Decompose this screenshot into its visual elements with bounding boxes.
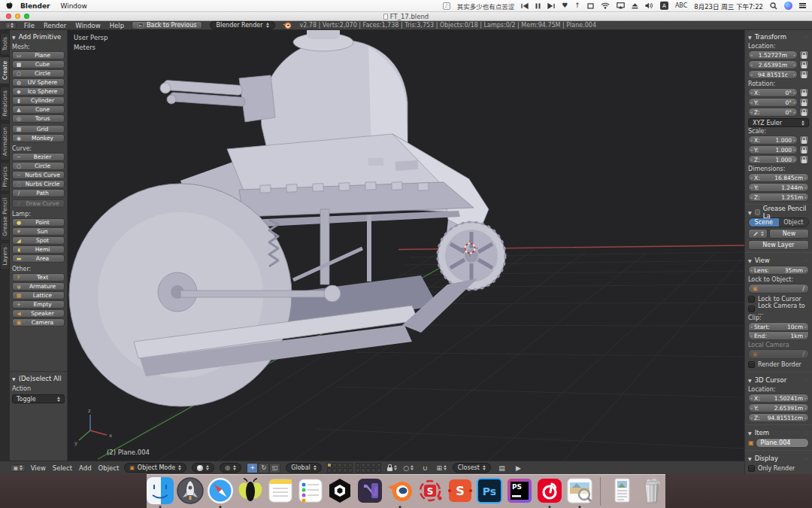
spotlight-search-icon[interactable]	[770, 2, 777, 10]
add-empty-button[interactable]: +Empty	[12, 300, 65, 309]
add-sun-button[interactable]: ☀Sun	[12, 227, 65, 236]
dock-safari[interactable]	[207, 477, 235, 508]
wifi-icon[interactable]	[601, 2, 610, 9]
rotation-z-field[interactable]: Z:0°	[748, 108, 798, 117]
add-nurbs-curve-button[interactable]: ~Nurbs Curve	[12, 171, 65, 179]
dock-reminders[interactable]	[296, 477, 324, 508]
3d-viewport[interactable]: x y z User Persp Meters (2) Plane.004	[68, 30, 744, 461]
proportional-edit-select[interactable]: ○	[403, 463, 414, 473]
dimension-y-field[interactable]: Y:1.244m	[748, 183, 809, 192]
viewport-shading-select[interactable]	[192, 463, 214, 473]
layer-11[interactable]	[356, 463, 360, 467]
layer-20[interactable]	[377, 468, 381, 473]
lens-field[interactable]: Lens:35mm	[748, 266, 809, 275]
rotation-y-field[interactable]: Y:0°	[748, 98, 798, 107]
window-status-icon[interactable]	[587, 3, 594, 9]
add-ico-sphere-button[interactable]: ◆Ico Sphere	[12, 87, 65, 96]
dock-launchpad[interactable]	[177, 477, 205, 508]
add-camera-button[interactable]: ▣Camera	[12, 318, 65, 327]
layers-block-2[interactable]	[356, 463, 381, 473]
lock-location-z-button[interactable]	[799, 70, 809, 79]
render-border-row[interactable]: Render Border	[748, 360, 809, 370]
add-circle-button[interactable]: ○Circle	[12, 162, 65, 170]
layer-2[interactable]	[332, 463, 337, 467]
local-camera-picker[interactable]: ▣∕	[748, 349, 809, 359]
dock-finder[interactable]	[147, 477, 174, 508]
info-menu-render[interactable]: Render	[44, 22, 66, 29]
menubar-menu-blender[interactable]: Blender	[20, 2, 50, 10]
viewport-menu-select[interactable]: Select	[53, 464, 72, 472]
layer-12[interactable]	[361, 463, 365, 467]
transform-orientation-select[interactable]: Global	[286, 463, 322, 473]
apple-logo-icon[interactable]	[6, 2, 13, 10]
layers-block-1[interactable]	[327, 463, 353, 473]
tab-animation[interactable]: Animation	[0, 123, 10, 160]
input-source-label[interactable]: ABC	[675, 2, 687, 9]
lock-scale-x-button[interactable]	[799, 135, 809, 144]
lock-location-x-button[interactable]	[799, 50, 809, 59]
render-engine-select[interactable]: Blender Render	[210, 21, 275, 29]
dock-photoshop[interactable]: Ps	[476, 477, 504, 508]
add-path-button[interactable]: ∕Path	[12, 189, 65, 197]
layer-16[interactable]	[356, 468, 360, 473]
cursor-x-field[interactable]: X:1.50241m	[748, 394, 809, 403]
info-menu-window[interactable]: Window	[75, 22, 101, 29]
lock-rotation-y-button[interactable]	[799, 98, 809, 107]
editor-type-button[interactable]: ▦	[11, 464, 26, 472]
dock-downloads[interactable]	[607, 477, 635, 508]
snap-toggle-button[interactable]: ∪	[420, 463, 431, 473]
scale-z-field[interactable]: Z:1.000	[748, 155, 798, 164]
layer-5[interactable]	[348, 463, 353, 467]
layer-17[interactable]	[361, 468, 365, 473]
layer-4[interactable]	[343, 463, 347, 467]
tab-physics[interactable]: Physics	[0, 162, 10, 192]
deselect-all-header[interactable]: ▼(De)select All	[12, 373, 65, 384]
tab-create[interactable]: Create	[0, 56, 10, 84]
dimension-z-field[interactable]: Z:1.251m	[748, 193, 809, 202]
eyedropper-icon[interactable]: ∕	[802, 285, 804, 292]
viewport-menu-add[interactable]: Add	[79, 464, 91, 472]
render-animation-button[interactable]: ▶	[513, 463, 524, 473]
add-torus-button[interactable]: ◎Torus	[12, 114, 65, 123]
snap-element-select[interactable]: ⊞	[436, 463, 447, 473]
object-tab[interactable]: Object	[779, 218, 809, 227]
rotation-x-field[interactable]: X:0°	[748, 88, 798, 97]
add-hemi-button[interactable]: ◖Hemi	[12, 245, 65, 254]
dock-trash[interactable]	[638, 477, 665, 508]
add-armature-button[interactable]: ψArmature	[12, 282, 65, 291]
lock-location-y-button[interactable]	[799, 60, 809, 69]
scale-manipulator-button[interactable]: ◱	[269, 463, 280, 473]
layer-7[interactable]	[332, 468, 337, 473]
lock-scale-y-button[interactable]	[799, 145, 809, 154]
upload-arrow-icon[interactable]: ↑	[574, 2, 580, 9]
add-speaker-button[interactable]: ◀Speaker	[12, 309, 65, 318]
dock-visual-studio[interactable]	[356, 477, 384, 508]
eject-icon[interactable]	[632, 3, 638, 9]
location-y-field[interactable]: 2.65391m	[748, 60, 798, 69]
dock-blender[interactable]	[386, 477, 414, 508]
add-plane-button[interactable]: ▭Plane	[12, 51, 65, 59]
back-to-previous-button[interactable]: ←Back to Previous	[132, 21, 202, 29]
grease-pencil-panel-header[interactable]: ▼Grease Pencil La	[748, 207, 809, 217]
cursor-panel-header[interactable]: ▼3D Cursor::	[748, 375, 809, 385]
add-grid-button[interactable]: ▦Grid	[12, 125, 65, 133]
cursor-y-field[interactable]: Y:2.65391m	[748, 403, 809, 412]
add-cone-button[interactable]: ▲Cone	[12, 105, 65, 114]
viewport-menu-object[interactable]: Object	[98, 464, 120, 472]
dock-firefly[interactable]	[236, 477, 264, 508]
layer-19[interactable]	[371, 468, 376, 473]
lock-to-cursor-checkbox[interactable]	[748, 296, 755, 303]
rotate-manipulator-button[interactable]: ↻	[258, 463, 269, 473]
add-cube-button[interactable]: ■Cube	[12, 60, 65, 68]
layer-14[interactable]	[371, 463, 376, 467]
layer-13[interactable]	[366, 463, 371, 467]
volume-icon[interactable]	[645, 2, 653, 9]
dock-substance[interactable]: S	[446, 477, 474, 508]
tab-relations[interactable]: Relations	[0, 86, 10, 120]
airplay-icon[interactable]	[617, 2, 625, 9]
add-area-button[interactable]: ▬Area	[12, 254, 65, 263]
siri-icon[interactable]	[784, 2, 792, 10]
pivot-point-select[interactable]: ◎	[220, 463, 241, 473]
eyedropper-icon[interactable]: ∕	[802, 351, 804, 357]
scale-x-field[interactable]: X:1.000	[748, 135, 798, 144]
